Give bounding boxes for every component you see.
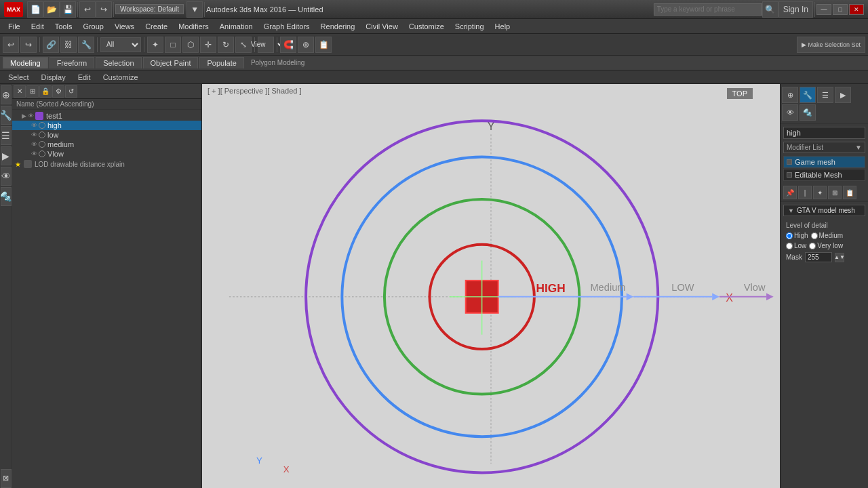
menu-item-civil view[interactable]: Civil View bbox=[360, 21, 403, 32]
modifier-action-3[interactable]: ⊞ bbox=[828, 186, 842, 199]
redo-button[interactable]: ↪ bbox=[96, 1, 112, 18]
display-tab[interactable]: 👁 bbox=[782, 104, 798, 121]
menu-item-edit[interactable]: Edit bbox=[26, 21, 50, 32]
filter-dropdown[interactable]: All bbox=[100, 37, 141, 52]
modifier-action-2[interactable]: ✦ bbox=[813, 186, 827, 199]
menu-item-tools[interactable]: Tools bbox=[50, 21, 78, 32]
link-tool[interactable]: 🔗 bbox=[43, 37, 59, 53]
utility-tab[interactable]: 🔩 bbox=[800, 104, 816, 121]
select-tool[interactable]: ↩ bbox=[3, 37, 19, 53]
gta-title-bar[interactable]: ▼ GTA V model mesh bbox=[783, 205, 865, 216]
close-scene-btn[interactable]: ✕ bbox=[14, 85, 26, 98]
create-tab[interactable]: ⊕ bbox=[782, 87, 798, 103]
scene-options-btn[interactable]: ⚙ bbox=[52, 85, 64, 98]
hierarchy-tab[interactable]: ☰ bbox=[817, 87, 833, 103]
signin-button[interactable]: Sign In bbox=[778, 1, 813, 18]
modifier-action-4[interactable]: 📋 bbox=[843, 186, 856, 199]
visibility-icon-low[interactable]: 👁 bbox=[31, 131, 37, 138]
menu-item-modifiers[interactable]: Modifiers bbox=[173, 21, 214, 32]
scene-refresh-btn[interactable]: ↺ bbox=[65, 85, 77, 98]
sub-tab-edit[interactable]: Edit bbox=[73, 73, 96, 82]
scene-filter-btn[interactable]: ⊞ bbox=[26, 85, 39, 98]
sub-tab-customize[interactable]: Customize bbox=[98, 73, 144, 82]
minimize-button[interactable]: — bbox=[816, 4, 831, 15]
tab-modeling[interactable]: Modeling bbox=[3, 57, 48, 68]
radio-verylow-input[interactable] bbox=[809, 243, 816, 249]
unlink-tool[interactable]: ⛓ bbox=[60, 37, 77, 53]
menu-item-create[interactable]: Create bbox=[140, 21, 173, 32]
modifier-action-1[interactable]: | bbox=[798, 186, 812, 199]
menu-item-group[interactable]: Group bbox=[77, 21, 109, 32]
tree-item-test1[interactable]: ▶ 👁 test1 bbox=[12, 111, 201, 121]
tree-item-lod[interactable]: ★ LOD drawable distance xplain bbox=[12, 159, 201, 169]
create-panel-icon[interactable]: ⊕ bbox=[1, 85, 12, 104]
display-panel-icon[interactable]: 👁 bbox=[1, 167, 12, 186]
radio-low[interactable]: Low bbox=[786, 242, 806, 249]
menu-item-graph editors[interactable]: Graph Editors bbox=[258, 21, 315, 32]
scene-lock-btn[interactable]: 🔒 bbox=[39, 85, 52, 98]
search-input[interactable] bbox=[654, 3, 762, 16]
menu-item-views[interactable]: Views bbox=[109, 21, 140, 32]
radio-low-input[interactable] bbox=[786, 243, 793, 249]
select-lasso[interactable]: ⬡ bbox=[182, 37, 199, 53]
eye-icon[interactable]: 👁 bbox=[28, 113, 34, 119]
menu-item-rendering[interactable]: Rendering bbox=[315, 21, 361, 32]
tree-item-low[interactable]: 👁 low bbox=[12, 130, 201, 140]
radio-verylow[interactable]: Very low bbox=[809, 242, 843, 249]
undo-button[interactable]: ↩ bbox=[79, 1, 96, 18]
pin-icon[interactable]: 📌 bbox=[783, 186, 797, 199]
bind-tool[interactable]: 🔧 bbox=[78, 37, 94, 53]
radio-medium-input[interactable] bbox=[811, 232, 818, 239]
open-button[interactable]: 📂 bbox=[43, 1, 60, 18]
visibility-icon-medium[interactable]: 👁 bbox=[31, 141, 37, 148]
motion-tab[interactable]: ▶ bbox=[835, 87, 851, 103]
workspace-dropdown[interactable]: Workspace: Default bbox=[115, 4, 184, 14]
sub-tab-display[interactable]: Display bbox=[36, 73, 71, 82]
select-button[interactable]: ✦ bbox=[147, 37, 163, 53]
render-setup[interactable]: ▶ Make Selection Set bbox=[797, 37, 865, 53]
tab-populate[interactable]: Populate bbox=[199, 57, 243, 68]
modifier-list-header[interactable]: Modifier List ▼ bbox=[783, 142, 865, 153]
radio-high[interactable]: High bbox=[786, 232, 808, 239]
save-button[interactable]: 💾 bbox=[60, 1, 76, 18]
refcoord-dropdown[interactable]: View bbox=[258, 37, 274, 53]
mask-spinner[interactable]: ▲▼ bbox=[835, 253, 844, 262]
radio-medium[interactable]: Medium bbox=[811, 232, 844, 239]
modifier-item-gamemesh[interactable]: Game mesh bbox=[783, 156, 865, 168]
tree-item-high[interactable]: 👁 high bbox=[12, 121, 201, 130]
magnet-toggle[interactable]: 🧲 bbox=[280, 37, 296, 53]
new-button[interactable]: 📄 bbox=[27, 1, 43, 18]
workspace-arrow[interactable]: ▼ bbox=[186, 1, 203, 18]
mask-input[interactable] bbox=[805, 252, 832, 262]
restore-button[interactable]: □ bbox=[833, 4, 848, 15]
pivot-tool[interactable]: ⊕ bbox=[298, 37, 314, 53]
menu-item-customize[interactable]: Customize bbox=[403, 21, 450, 32]
modify-panel-icon[interactable]: 🔧 bbox=[1, 106, 12, 125]
hierarchy-panel-icon[interactable]: ☰ bbox=[1, 126, 12, 145]
layer-tool[interactable]: 📋 bbox=[315, 37, 332, 53]
tab-selection[interactable]: Selection bbox=[96, 57, 141, 68]
modifier-item-editmesh[interactable]: Editable Mesh bbox=[783, 169, 865, 181]
tree-item-medium[interactable]: 👁 medium bbox=[12, 140, 201, 149]
menu-item-file[interactable]: File bbox=[3, 21, 26, 32]
rotate-tool[interactable]: ↻ bbox=[218, 37, 234, 53]
modify-tab[interactable]: 🔧 bbox=[800, 87, 816, 103]
motion-panel-icon[interactable]: ▶ bbox=[1, 146, 12, 165]
utility-panel-icon[interactable]: 🔩 bbox=[1, 187, 12, 206]
snap-toggle[interactable]: ⊠ bbox=[1, 469, 12, 488]
move-tool[interactable]: ✛ bbox=[200, 37, 216, 53]
tab-freeform[interactable]: Freeform bbox=[50, 57, 95, 68]
tree-item-vlow[interactable]: 👁 Vlow bbox=[12, 149, 201, 159]
menu-item-help[interactable]: Help bbox=[490, 21, 516, 32]
redo-tool[interactable]: ↪ bbox=[20, 37, 37, 53]
modifier-name-input[interactable] bbox=[783, 127, 865, 139]
radio-high-input[interactable] bbox=[786, 232, 793, 239]
close-button[interactable]: ✕ bbox=[849, 4, 864, 15]
menu-item-scripting[interactable]: Scripting bbox=[450, 21, 490, 32]
visibility-icon[interactable]: ▶ bbox=[22, 113, 26, 119]
visibility-icon-high[interactable]: 👁 bbox=[31, 122, 37, 129]
visibility-icon-vlow[interactable]: 👁 bbox=[31, 150, 37, 157]
tab-object-paint[interactable]: Object Paint bbox=[143, 57, 199, 68]
select-region[interactable]: □ bbox=[165, 37, 181, 53]
sub-tab-select[interactable]: Select bbox=[3, 73, 35, 82]
